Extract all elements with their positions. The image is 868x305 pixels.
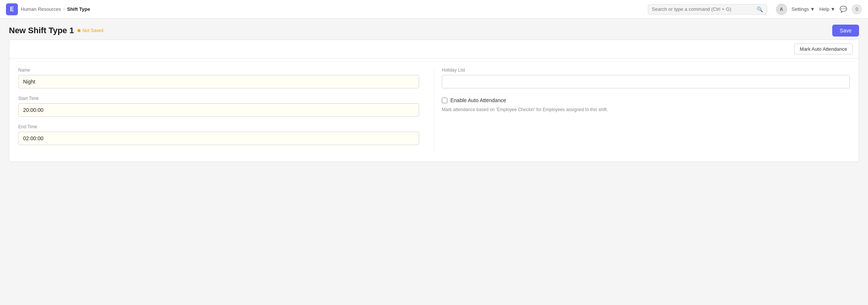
status-dot — [77, 29, 80, 32]
app-icon[interactable]: E — [6, 3, 18, 15]
enable-auto-attendance-checkbox[interactable] — [442, 98, 447, 103]
breadcrumb-chevron1: › — [63, 6, 65, 12]
card-toolbar: Mark Auto Attendance — [9, 40, 859, 59]
breadcrumb-current: Shift Type — [67, 6, 90, 12]
page-title: New Shift Type 1 — [9, 26, 74, 35]
start-time-input[interactable] — [18, 103, 419, 117]
name-group: Name — [18, 67, 419, 88]
search-bar: 🔍 — [648, 4, 767, 15]
auto-attendance-description: Mark attendance based on 'Employee Check… — [442, 106, 850, 113]
start-time-label: Start Time — [18, 96, 419, 101]
app-icon-label: E — [10, 6, 14, 13]
status-badge: Not Saved — [77, 28, 103, 33]
holiday-list-input[interactable] — [442, 75, 850, 88]
chat-button[interactable]: 💬 — [840, 6, 847, 13]
search-icon: 🔍 — [757, 6, 763, 12]
content-area: Mark Auto Attendance Name Start Time End… — [0, 40, 868, 171]
holiday-list-group: Holiday List — [442, 67, 850, 88]
page-title-area: New Shift Type 1 Not Saved — [9, 26, 103, 35]
help-button[interactable]: Help ▼ — [819, 6, 835, 12]
end-time-input[interactable] — [18, 132, 419, 145]
name-input[interactable] — [18, 75, 419, 88]
enable-auto-attendance-row: Enable Auto Attendance — [442, 97, 850, 103]
form-body: Name Start Time End Time Holiday List — [9, 59, 859, 161]
enable-auto-attendance-label: Enable Auto Attendance — [450, 97, 506, 103]
topbar: E Human Resources › Shift Type 🔍 A Setti… — [0, 0, 868, 19]
breadcrumb: Human Resources › Shift Type — [21, 6, 90, 12]
start-time-group: Start Time — [18, 96, 419, 117]
end-time-group: End Time — [18, 124, 419, 145]
mark-auto-attendance-button[interactable]: Mark Auto Attendance — [794, 44, 853, 54]
save-button[interactable]: Save — [832, 25, 859, 37]
avatar[interactable]: A — [776, 4, 787, 15]
name-label: Name — [18, 67, 419, 73]
breadcrumb-home[interactable]: Human Resources — [21, 6, 61, 12]
holiday-list-label: Holiday List — [442, 67, 850, 73]
notification-badge[interactable]: 0 — [852, 4, 862, 15]
page-header: New Shift Type 1 Not Saved Save — [0, 19, 868, 40]
end-time-label: End Time — [18, 124, 419, 129]
form-left: Name Start Time End Time — [18, 67, 434, 152]
status-text: Not Saved — [82, 28, 103, 33]
form-card: Mark Auto Attendance Name Start Time End… — [9, 40, 859, 162]
settings-button[interactable]: Settings ▼ — [792, 6, 815, 12]
nav-right: A Settings ▼ Help ▼ 💬 0 — [776, 4, 862, 15]
search-input[interactable] — [652, 6, 754, 12]
form-right: Holiday List Enable Auto Attendance Mark… — [434, 67, 850, 152]
